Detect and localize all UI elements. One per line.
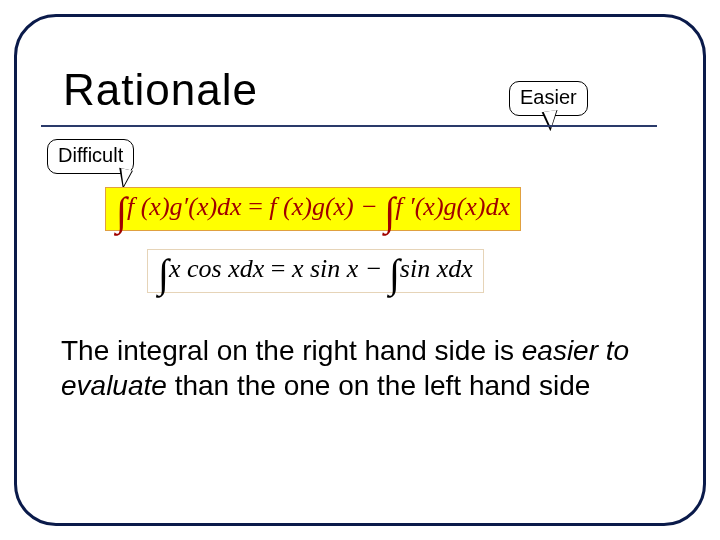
integral-sign-icon: ∫ [389, 262, 400, 286]
equation-example: ∫x cos xdx = x sin x − ∫sin xdx [147, 249, 484, 293]
title-underline [41, 125, 657, 127]
equation-general: ∫f (x)g′(x)dx = f (x)g(x) − ∫f ′(x)g(x)d… [105, 187, 521, 231]
integral-sign-icon: ∫ [384, 200, 395, 224]
callout-easier-tail [542, 110, 561, 132]
eq1-lhs: f (x)g′(x)dx [127, 192, 242, 221]
eq2-lhs: x cos xdx [169, 254, 264, 283]
body-line2: than the one on the left hand side [167, 370, 590, 401]
integral-sign-icon: ∫ [116, 200, 127, 224]
eq2-equals: = [264, 254, 292, 283]
body-text: The integral on the right hand side is e… [61, 333, 661, 403]
eq1-equals: = [242, 192, 270, 221]
eq1-rhs2: f ′(x)g(x)dx [395, 192, 510, 221]
slide-title: Rationale [63, 65, 258, 115]
eq1-rhs1: f (x)g(x) − [269, 192, 384, 221]
integral-sign-icon: ∫ [158, 262, 169, 286]
body-line1: The integral on the right hand side is [61, 335, 522, 366]
eq2-rhs2: sin xdx [400, 254, 473, 283]
eq2-rhs1: x sin x − [292, 254, 389, 283]
slide-frame: Rationale Easier Difficult ∫f (x)g′(x)dx… [14, 14, 706, 526]
